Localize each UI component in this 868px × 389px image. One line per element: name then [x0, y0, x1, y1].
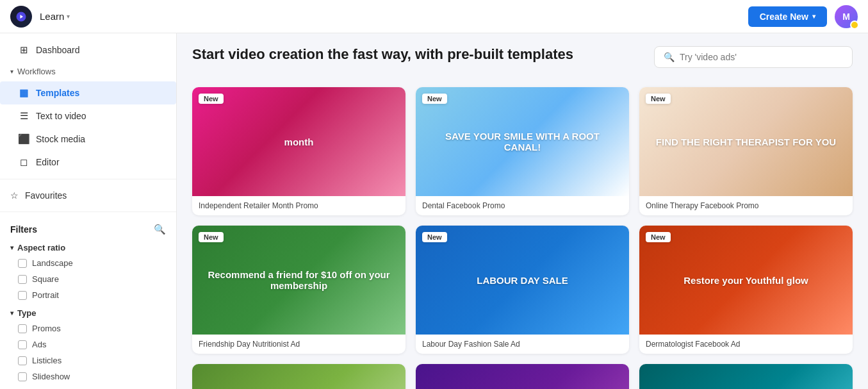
portrait-label: Portrait — [32, 290, 59, 300]
avatar[interactable]: M — [835, 5, 858, 28]
filter-listicles[interactable]: Listicles — [0, 352, 176, 368]
square-label: Square — [32, 274, 59, 284]
thumb-text: Restore your Youthful glow — [650, 275, 842, 286]
portrait-checkbox[interactable] — [18, 291, 27, 300]
avatar-badge — [850, 21, 859, 29]
sidebar-item-editor[interactable]: ◻ Editor — [0, 151, 176, 174]
stock-media-label: Stock media — [36, 134, 85, 144]
promos-checkbox[interactable] — [18, 324, 27, 333]
template-card[interactable]: NewFIND THE RIGHT THERAPIST FOR YOU Onli… — [639, 87, 853, 215]
template-thumbnail — [192, 364, 405, 389]
template-card[interactable]: NewRestore your Youthful glow Dermatolog… — [639, 226, 853, 354]
type-chevron-icon: ▾ — [10, 310, 13, 317]
filters-header: Filters 🔍 — [0, 217, 176, 238]
listicles-checkbox[interactable] — [18, 356, 27, 365]
new-badge: New — [422, 232, 447, 242]
sidebar-divider-2 — [0, 211, 176, 212]
landscape-checkbox[interactable] — [18, 259, 27, 268]
filter-landscape[interactable]: Landscape — [0, 255, 176, 271]
template-label: Labour Day Fashion Sale Ad — [416, 335, 629, 354]
slideshow-checkbox[interactable] — [18, 372, 27, 381]
layout: ⊞ Dashboard ▾ Workflows ▦ Templates ☰ Te… — [0, 33, 868, 389]
sidebar: ⊞ Dashboard ▾ Workflows ▦ Templates ☰ Te… — [0, 33, 177, 389]
filter-slideshow[interactable]: Slideshow — [0, 368, 176, 385]
text-to-video-icon: ☰ — [18, 110, 29, 122]
template-label: Friendship Day Nutritionist Ad — [192, 335, 405, 354]
new-badge: New — [646, 232, 671, 242]
filters-title: Filters — [10, 224, 37, 235]
type-group-header[interactable]: ▾ Type — [0, 303, 176, 320]
template-card[interactable]: NewLABOUR DAY SALE Labour Day Fashion Sa… — [416, 226, 629, 354]
thumb-text: LABOUR DAY SALE — [427, 275, 619, 286]
template-thumbnail: NewRestore your Youthful glow — [639, 226, 853, 335]
templates-icon: ▦ — [18, 87, 29, 99]
filters-search-icon[interactable]: 🔍 — [154, 224, 166, 235]
workflows-chevron-icon: ▾ — [10, 68, 13, 75]
favourites-label: Favourites — [25, 190, 67, 201]
main-content: Start video creation the fast way, with … — [177, 33, 868, 389]
aspect-ratio-label: Aspect ratio — [17, 243, 65, 252]
template-card[interactable]: NewRecommend a friend for $10 off on you… — [192, 226, 405, 354]
ads-checkbox[interactable] — [18, 340, 27, 349]
template-grid: Newmonth Independent Retailer Month Prom… — [192, 87, 853, 389]
landscape-label: Landscape — [32, 258, 73, 268]
favourites-icon: ☆ — [10, 190, 19, 201]
sidebar-item-stock-media[interactable]: ⬛ Stock media — [0, 128, 176, 151]
template-card[interactable] — [192, 364, 405, 389]
sidebar-item-templates[interactable]: ▦ Templates — [0, 81, 176, 104]
learn-chevron-icon: ▾ — [67, 13, 70, 20]
new-badge: New — [422, 94, 447, 104]
templates-label: Templates — [36, 88, 79, 98]
slideshow-label: Slideshow — [32, 372, 70, 381]
template-thumbnail: NewSAVE YOUR SMILE WITH A ROOT CANAL! — [416, 87, 629, 196]
new-badge: New — [199, 94, 224, 104]
create-new-button[interactable]: Create New ▾ — [748, 6, 827, 27]
template-card[interactable] — [416, 364, 629, 389]
learn-label: Learn — [40, 11, 64, 22]
filter-ads[interactable]: Ads — [0, 336, 176, 352]
template-label: Dermatologist Facebook Ad — [639, 335, 853, 354]
search-input[interactable] — [680, 52, 843, 62]
thumb-text: FIND THE RIGHT THERAPIST FOR YOU — [650, 137, 842, 147]
listicles-label: Listicles — [32, 356, 61, 365]
thumb-text: Recommend a friend for $10 off on your m… — [203, 269, 395, 291]
learn-button[interactable]: Learn ▾ — [40, 11, 70, 22]
topnav: Learn ▾ Create New ▾ M — [0, 0, 868, 33]
search-box: 🔍 — [654, 46, 853, 68]
template-label: Independent Retailer Month Promo — [192, 196, 405, 215]
thumb-text: month — [203, 137, 395, 147]
filter-square[interactable]: Square — [0, 271, 176, 287]
square-checkbox[interactable] — [18, 275, 27, 284]
thumb-text: SAVE YOUR SMILE WITH A ROOT CANAL! — [427, 131, 619, 153]
template-thumbnail: NewRecommend a friend for $10 off on you… — [192, 226, 405, 335]
workflows-label: Workflows — [17, 67, 56, 76]
template-card[interactable]: Newmonth Independent Retailer Month Prom… — [192, 87, 405, 215]
editor-icon: ◻ — [18, 156, 29, 168]
filter-promos[interactable]: Promos — [0, 320, 176, 336]
aspect-ratio-chevron-icon: ▾ — [10, 244, 13, 251]
template-label: Online Therapy Facebook Promo — [639, 196, 853, 215]
dashboard-label: Dashboard — [36, 45, 80, 55]
promos-label: Promos — [32, 324, 61, 333]
text-to-video-label: Text to video — [36, 111, 86, 121]
sidebar-workflows-section[interactable]: ▾ Workflows — [0, 62, 176, 81]
ads-label: Ads — [32, 340, 46, 349]
page-heading: Start video creation the fast way, with … — [192, 46, 573, 63]
logo — [10, 6, 32, 28]
template-thumbnail — [416, 364, 629, 389]
aspect-ratio-group-header[interactable]: ▾ Aspect ratio — [0, 238, 176, 255]
sidebar-item-text-to-video[interactable]: ☰ Text to video — [0, 104, 176, 128]
template-label: Dental Facebook Promo — [416, 196, 629, 215]
sidebar-item-favourites[interactable]: ☆ Favourites — [0, 185, 176, 206]
stock-media-icon: ⬛ — [18, 133, 29, 145]
template-card[interactable]: Holiday at the Andaman Islands Holiday a… — [639, 364, 853, 389]
new-badge: New — [646, 94, 671, 104]
create-new-label: Create New — [760, 12, 808, 22]
sidebar-divider — [0, 179, 176, 179]
sidebar-item-dashboard[interactable]: ⊞ Dashboard — [0, 38, 176, 62]
create-new-chevron-icon: ▾ — [812, 13, 815, 20]
filter-portrait[interactable]: Portrait — [0, 287, 176, 303]
template-card[interactable]: NewSAVE YOUR SMILE WITH A ROOT CANAL! De… — [416, 87, 629, 215]
search-icon: 🔍 — [664, 52, 675, 62]
template-thumbnail: Holiday at the Andaman Islands — [639, 364, 853, 389]
